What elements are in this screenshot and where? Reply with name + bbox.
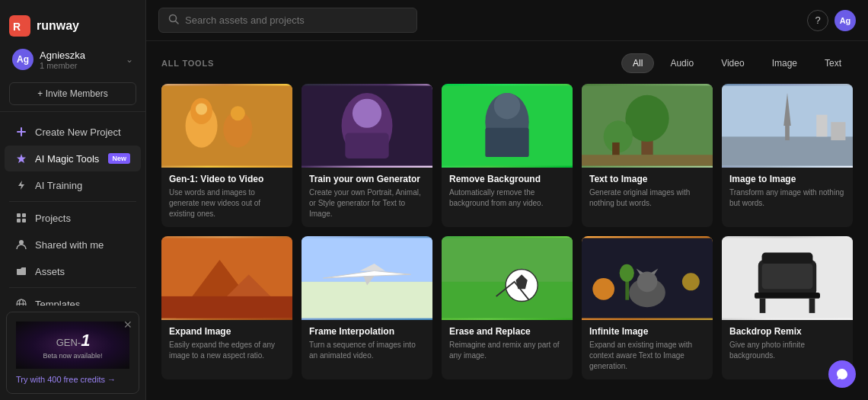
topbar: ? Ag <box>146 0 868 41</box>
content-area: ALL TOOLS All Audio Video Image Text Gen… <box>146 41 868 400</box>
thumb-content-image-to-image <box>722 84 853 168</box>
tool-info-train-your-own-generator: Train your own GeneratorCreate your own … <box>302 168 432 227</box>
svg-point-24 <box>353 99 381 128</box>
tool-info-expand-image: Expand ImageEasily expand the edges of a… <box>161 320 292 369</box>
tool-thumbnail-image-to-image <box>722 84 853 168</box>
lightning-icon <box>15 179 27 191</box>
thumb-content-erase-and-replace <box>442 236 573 320</box>
user-area[interactable]: Ag Agnieszka 1 member ⌄ <box>9 43 136 76</box>
tool-card-frame-interpolation[interactable]: Frame InterpolationTurn a sequence of im… <box>302 236 432 379</box>
gen1-beta-text: Beta now available! <box>25 352 120 360</box>
sidebar-item-templates[interactable]: Templates <box>5 291 141 306</box>
sidebar-item-projects[interactable]: Projects <box>5 205 141 231</box>
filter-tabs: All Audio Video Image Text <box>621 53 853 73</box>
tool-thumbnail-remove-background <box>442 84 573 168</box>
thumb-content-train-your-own-generator <box>302 84 432 168</box>
svg-marker-5 <box>18 181 24 190</box>
svg-point-28 <box>494 93 520 119</box>
filter-tab-image[interactable]: Image <box>761 53 809 73</box>
app-name: runway <box>37 19 79 33</box>
folder-icon <box>15 265 27 277</box>
tool-card-backdrop-remix[interactable]: Backdrop RemixGive any photo infinite ba… <box>722 236 853 379</box>
svg-rect-9 <box>22 219 26 222</box>
svg-rect-67 <box>760 299 766 313</box>
tool-info-remove-background: Remove BackgroundAutomatically remove th… <box>442 168 573 216</box>
tool-thumbnail-train-your-own-generator <box>302 84 432 168</box>
thumb-content-expand-image <box>161 236 292 320</box>
tool-desc-frame-interpolation: Turn a sequence of images into an animat… <box>309 340 425 361</box>
gen1-bg: GEN-1 Beta now available! <box>16 322 129 369</box>
grid-icon <box>15 212 27 224</box>
gen1-number: 1 <box>81 331 89 350</box>
thumb-content-frame-interpolation <box>302 236 432 320</box>
gen1-trial-link[interactable]: Try with 400 free credits → <box>16 375 129 384</box>
thumb-content-text-to-image <box>582 84 713 168</box>
svg-rect-35 <box>582 155 713 165</box>
tool-card-remove-background[interactable]: Remove BackgroundAutomatically remove th… <box>442 84 573 227</box>
sidebar-item-assets[interactable]: Assets <box>5 258 141 284</box>
filter-tab-all[interactable]: All <box>621 53 654 73</box>
sidebar-item-label: Templates <box>35 299 80 306</box>
svg-rect-48 <box>302 282 432 318</box>
help-button[interactable]: ? <box>807 10 828 31</box>
tool-card-text-to-image[interactable]: Text to ImageGenerate original images wi… <box>582 84 713 227</box>
chevron-down-icon: ⌄ <box>126 54 133 65</box>
tool-thumbnail-expand-image <box>161 236 292 320</box>
tool-desc-backdrop-remix: Give any photo infinite backgrounds. <box>729 340 845 361</box>
sidebar-item-ai-magic-tools[interactable]: AI Magic Tools New <box>5 146 141 171</box>
gen1-logo: GEN-1 <box>25 331 120 350</box>
tool-info-infinite-image: Infinite ImageExpand an existing image w… <box>582 320 713 379</box>
user-info: Agnieszka 1 member <box>40 50 120 70</box>
svg-rect-8 <box>17 219 21 222</box>
tool-card-gen1-video-to-video[interactable]: Gen-1: Video to VideoUse words and image… <box>161 84 292 227</box>
filter-tab-audio[interactable]: Audio <box>659 53 705 73</box>
tool-card-expand-image[interactable]: Expand ImageEasily expand the edges of a… <box>161 236 292 379</box>
thumb-content-backdrop-remix <box>722 236 853 320</box>
tool-name-train-your-own-generator: Train your own Generator <box>309 174 425 184</box>
sidebar-item-label: Assets <box>35 266 65 277</box>
tool-name-infinite-image: Infinite Image <box>589 326 705 337</box>
svg-line-15 <box>176 21 179 24</box>
tool-desc-erase-and-replace: Reimagine and remix any part of any imag… <box>449 340 565 361</box>
tool-name-text-to-image: Text to Image <box>589 174 705 184</box>
svg-rect-7 <box>22 213 26 217</box>
tool-card-infinite-image[interactable]: Infinite ImageExpand an existing image w… <box>582 236 713 379</box>
svg-point-62 <box>620 264 634 282</box>
search-input[interactable] <box>185 14 407 26</box>
close-promo-button[interactable]: ✕ <box>123 318 132 331</box>
svg-point-19 <box>196 103 207 114</box>
tool-card-image-to-image[interactable]: Image to ImageTransform any image with n… <box>722 84 853 227</box>
person-icon <box>15 238 27 251</box>
sidebar-item-label: Create New Project <box>35 126 121 138</box>
svg-rect-25 <box>345 133 388 158</box>
tools-grid: Gen-1: Video to VideoUse words and image… <box>161 84 853 379</box>
search-bar[interactable] <box>158 8 417 33</box>
thumb-content-infinite-image <box>582 236 713 320</box>
sidebar-item-label: Projects <box>35 213 71 224</box>
tool-info-image-to-image: Image to ImageTransform any image with n… <box>722 168 853 216</box>
topbar-right: ? Ag <box>807 10 856 31</box>
tool-card-erase-and-replace[interactable]: Erase and ReplaceReimagine and remix any… <box>442 236 573 379</box>
svg-point-58 <box>637 271 658 292</box>
svg-rect-29 <box>485 128 528 157</box>
svg-rect-45 <box>161 296 292 318</box>
invite-members-button[interactable]: + Invite Members <box>9 82 136 105</box>
sidebar: R runway Ag Agnieszka 1 member ⌄ + Invit… <box>0 0 146 400</box>
user-avatar-top[interactable]: Ag <box>834 10 856 31</box>
filter-tab-video[interactable]: Video <box>710 53 755 73</box>
svg-point-10 <box>19 240 24 245</box>
sidebar-item-shared-with-me[interactable]: Shared with me <box>5 232 141 258</box>
sidebar-item-ai-training[interactable]: AI Training <box>5 172 141 198</box>
user-role: 1 member <box>40 61 120 70</box>
filter-tab-text[interactable]: Text <box>813 53 853 73</box>
nav-separator <box>9 201 136 202</box>
tool-card-train-your-own-generator[interactable]: Train your own GeneratorCreate your own … <box>302 84 432 227</box>
sidebar-item-create-new-project[interactable]: Create New Project <box>5 119 141 145</box>
tool-name-gen1-video-to-video: Gen-1: Video to Video <box>169 174 285 184</box>
tool-thumbnail-erase-and-replace <box>442 236 573 320</box>
svg-rect-39 <box>831 122 845 140</box>
chat-support-button[interactable] <box>828 360 856 388</box>
avatar: Ag <box>12 49 34 70</box>
svg-marker-4 <box>17 154 26 163</box>
sidebar-item-label: Shared with me <box>35 239 104 251</box>
